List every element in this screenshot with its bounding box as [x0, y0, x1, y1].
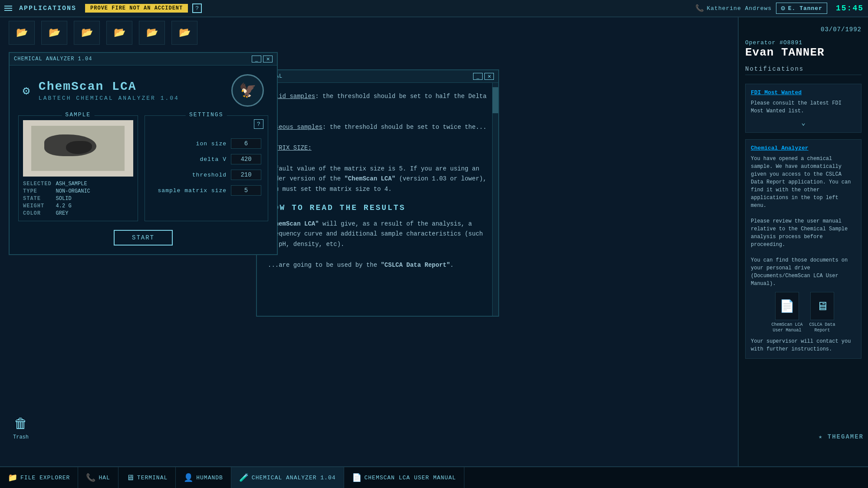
- weight-key: Weight: [23, 203, 52, 209]
- manual-text-report: ...are going to be used by the "CSLCA Da…: [268, 260, 487, 271]
- manual-section-results: How To Read The Results: [268, 201, 487, 215]
- operator-info: Operator #O8891 Evan TANNER: [745, 39, 861, 59]
- manual-text-matrix-desc: default value of the matrix size is 5. I…: [268, 164, 487, 195]
- phone-name: Katherine Andrews: [707, 5, 772, 12]
- chem-notif-text: You have opened a chemical sample. We ha…: [751, 155, 856, 288]
- manual-minimize-button[interactable]: _: [473, 73, 483, 80]
- file-explorer-icon: 📁: [8, 473, 18, 482]
- operator-label: Operator #O8891: [745, 39, 861, 46]
- chem-minimize-button[interactable]: _: [252, 56, 261, 62]
- humandb-icon: 👤: [184, 473, 194, 482]
- chem-close-button[interactable]: ✕: [263, 56, 273, 62]
- chem-notif-title[interactable]: Chemical Analyzer: [751, 145, 856, 151]
- scrollbar-thumb: [493, 87, 498, 113]
- phone-icon: 📞: [695, 4, 704, 13]
- weight-val: 4.2 g: [56, 203, 133, 209]
- cslca-report-icon-box: 🖥: [810, 292, 834, 320]
- fdi-title[interactable]: FDI Most Wanted: [751, 89, 856, 96]
- delta-v-label: delta V: [200, 156, 227, 163]
- taskbar-terminal[interactable]: 🖥 Terminal: [118, 467, 176, 488]
- taskbar-chemical-analyzer[interactable]: 🧪 Chemical Analyzer 1.04: [231, 467, 344, 488]
- taskbar-humandb[interactable]: 👤 HumanDB: [176, 467, 231, 488]
- desktop: 📂 📂 📂 📂 📂 📂 Manual _ ✕ solid samples: th…: [0, 17, 868, 466]
- chem-titlebar: Chemical Analyzer 1.04 _ ✕: [10, 53, 277, 66]
- applications-label: Applications: [19, 5, 76, 12]
- notification-fdi: FDI Most Wanted Please consult the lates…: [745, 84, 861, 133]
- delta-v-input[interactable]: [231, 154, 261, 164]
- main-content: Manual _ ✕ solid samples: the threshold …: [0, 17, 738, 466]
- taskbar-chemscan-manual[interactable]: 📄 ChemScan LCA User Manual: [344, 467, 464, 488]
- chemical-analyzer-label: Chemical Analyzer 1.04: [252, 475, 336, 481]
- trash-desktop-icon[interactable]: 🗑 Trash: [13, 416, 29, 440]
- chemscan-manual-icon-box: 📄: [775, 292, 799, 320]
- manual-close-button[interactable]: ✕: [484, 73, 494, 80]
- file-tab-1[interactable]: 📂: [9, 21, 35, 45]
- manual-window: Manual _ ✕ solid samples: the threshold …: [256, 69, 499, 317]
- chemscan-logo-icon: ⚙: [23, 83, 30, 98]
- manual-text-matrix-label: MATRIX SIZE:: [268, 143, 487, 154]
- taskbar-hal[interactable]: 📞 HAL: [78, 467, 118, 488]
- manual-content[interactable]: solid samples: the threshold should be s…: [257, 83, 498, 316]
- file-tab-2[interactable]: 📂: [41, 21, 67, 45]
- threshold-label: threshold: [192, 172, 227, 178]
- notif-icons: 📄 ChemScan LCAUser Manual 🖥 CSLCA DataRe…: [751, 292, 856, 333]
- matrix-size-row: sample matrix size: [151, 185, 262, 196]
- chemscan-manual-label: ChemScan LCA User Manual: [365, 475, 456, 481]
- file-tab-3[interactable]: 📂: [74, 21, 100, 45]
- task-label: Prove Fire Not An Accident: [85, 4, 188, 13]
- manual-titlebar: Manual _ ✕: [257, 70, 498, 83]
- file-tab-4[interactable]: 📂: [106, 21, 132, 45]
- manual-text-gaseous: gaseous samples: the threshold should be…: [268, 122, 487, 133]
- fdi-chevron[interactable]: ⌄: [751, 118, 856, 127]
- user-menu[interactable]: ⚙ E. Tanner: [776, 3, 827, 14]
- hal-icon: 📞: [86, 473, 96, 482]
- settings-help-button[interactable]: ?: [254, 119, 263, 129]
- help-button[interactable]: ?: [192, 3, 202, 13]
- manual-text-solid: solid samples: the threshold should be s…: [268, 92, 487, 112]
- sample-properties: Selected Ash_sample Type Non-organic Sta…: [23, 181, 133, 216]
- color-val: Grey: [56, 210, 133, 216]
- chemscan-manual-taskbar-icon: 📄: [352, 473, 362, 482]
- hal-label: HAL: [99, 475, 110, 481]
- user-name: E. Tanner: [788, 5, 822, 12]
- thegamer-logo: ★ THEGAMER: [819, 433, 864, 440]
- right-panel: 03/07/1992 Operator #O8891 Evan TANNER N…: [738, 17, 868, 466]
- chem-notif-footer: Your supervisor will contact you with fu…: [751, 337, 856, 353]
- ion-size-input[interactable]: [231, 138, 261, 149]
- taskbar: 📁 File Explorer 📞 HAL 🖥 Terminal 👤 Human…: [0, 466, 868, 488]
- chemical-analyzer-window: Chemical Analyzer 1.04 _ ✕ ⚙ ChemScan LC…: [9, 52, 278, 255]
- settings-panel: Settings ? ion size delta V threshold: [145, 115, 269, 221]
- start-button[interactable]: Start: [114, 230, 173, 246]
- sample-image: [23, 120, 133, 177]
- fdi-text: Please consult the latest FDI Most Wante…: [751, 99, 856, 115]
- chem-app-name: ChemScan LCA: [39, 80, 223, 93]
- file-tab-5[interactable]: 📂: [139, 21, 165, 45]
- chem-window-title: Chemical Analyzer 1.04: [14, 56, 250, 62]
- chemscan-manual-icon[interactable]: 📄 ChemScan LCAUser Manual: [771, 292, 802, 333]
- chemical-analyzer-icon: 🧪: [239, 473, 249, 482]
- phone-contact[interactable]: 📞 Katherine Andrews: [695, 4, 772, 13]
- manual-text-results: "ChemScan LCA" will give, as a result of…: [268, 219, 487, 250]
- ion-size-label: ion size: [196, 141, 227, 147]
- terminal-icon: 🖥: [126, 473, 135, 482]
- terminal-label: Terminal: [137, 475, 168, 481]
- cslca-report-icon-label: CSLCA DataReport: [809, 322, 835, 333]
- taskbar-file-explorer[interactable]: 📁 File Explorer: [0, 467, 78, 488]
- threshold-input[interactable]: [231, 170, 261, 180]
- chem-panels: Sample Selected Ash_sample Type Non-orga…: [10, 115, 277, 230]
- manual-title: Manual: [261, 73, 471, 79]
- matrix-size-input[interactable]: [231, 185, 261, 196]
- settings-panel-label: Settings: [186, 111, 227, 118]
- clock: 15:45: [836, 4, 864, 13]
- delta-v-row: delta V: [151, 154, 262, 164]
- manual-scrollbar[interactable]: [492, 83, 498, 316]
- state-val: Solid: [56, 196, 133, 202]
- menu-icon[interactable]: [4, 6, 12, 11]
- chem-app-subtitle: LabTech Chemical Analyzer 1.04: [39, 95, 223, 102]
- cslca-report-icon[interactable]: 🖥 CSLCA DataReport: [809, 292, 835, 333]
- file-explorer-label: File Explorer: [20, 475, 70, 481]
- type-key: Type: [23, 188, 52, 194]
- type-val: Non-organic: [56, 188, 133, 194]
- file-tab-6[interactable]: 📂: [171, 21, 197, 45]
- chemscan-manual-icon-label: ChemScan LCAUser Manual: [771, 322, 802, 333]
